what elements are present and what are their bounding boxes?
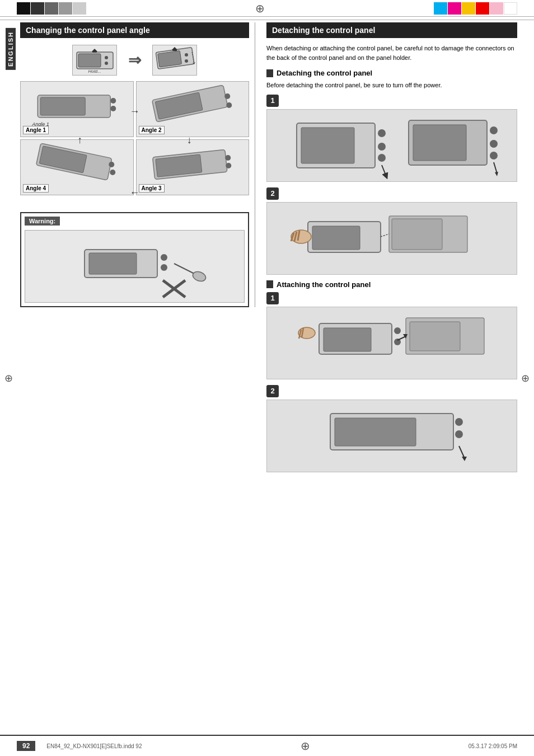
detach-step-2-badge: 2	[266, 187, 279, 200]
angle-3-svg	[139, 142, 247, 187]
page-number: 92	[17, 741, 35, 751]
page-footer: 92 EN84_92_KD-NX901[E]SELfb.indd 92 ⊕ 05…	[0, 735, 534, 756]
warning-diagram	[25, 230, 245, 303]
svg-line-50	[494, 162, 497, 173]
sub-header-bar-icon	[266, 69, 273, 77]
svg-marker-10	[172, 47, 177, 50]
angle-3-label: Angle 3	[139, 184, 165, 192]
attach-step-2-badge: 2	[266, 385, 279, 397]
svg-point-75	[455, 430, 463, 438]
svg-rect-24	[39, 146, 87, 173]
svg-point-43	[378, 154, 386, 162]
svg-rect-46	[413, 125, 466, 161]
color-strip-5	[73, 2, 86, 15]
attach-header-text: Attaching the control panel	[277, 280, 371, 289]
detach-step-1-svg	[285, 112, 498, 179]
detach-subtext: Before detaching the control panel, be s…	[266, 81, 517, 90]
hold-label: Hold...	[88, 69, 101, 74]
panel-icon-right	[152, 45, 197, 76]
left-color-strips	[17, 2, 86, 15]
angle-4-cell: Angle 4	[20, 139, 134, 195]
svg-rect-32	[89, 253, 137, 274]
svg-point-26	[110, 170, 115, 175]
svg-marker-77	[462, 457, 467, 461]
arrow-right-icon: ⇒	[128, 51, 141, 69]
svg-line-56	[381, 234, 389, 237]
detach-step-2-svg	[285, 205, 498, 272]
svg-point-36	[191, 270, 207, 283]
svg-line-44	[382, 165, 386, 176]
attach-step-2-diagram	[266, 400, 517, 472]
attach-header: Attaching the control panel	[266, 280, 517, 289]
svg-rect-62	[324, 328, 371, 351]
angle-4-svg	[23, 142, 131, 187]
footer-date: 05.3.17 2:09:05 PM	[469, 743, 517, 749]
angle-1-svg: Angle 1	[23, 84, 131, 129]
color-strip-red	[476, 2, 489, 15]
attach-step-1-badge: 1	[266, 292, 279, 304]
color-strip-magenta	[448, 2, 461, 15]
svg-point-30	[226, 163, 231, 168]
detach-header-text: Detaching the control panel	[277, 69, 372, 77]
svg-point-74	[455, 418, 463, 426]
left-section: Changing the control panel angle Hold...	[20, 22, 255, 307]
right-reg-mark: ⊕	[521, 372, 530, 384]
svg-point-48	[490, 140, 498, 148]
svg-rect-73	[335, 418, 416, 446]
svg-point-41	[378, 129, 386, 137]
crosshair-icon: ⊕	[255, 2, 265, 15]
svg-rect-5	[92, 51, 97, 53]
color-strip-3	[45, 2, 58, 15]
svg-point-22	[226, 102, 232, 108]
footer-file: EN84_92_KD-NX901[E]SELfb.indd 92	[46, 743, 142, 749]
color-strip-4	[59, 2, 72, 15]
svg-marker-4	[92, 49, 97, 51]
angles-grid: Angle 1 Angle 1 Angle 2	[20, 81, 249, 195]
svg-line-67	[397, 336, 406, 340]
angle-3-cell: Angle 3	[136, 139, 250, 195]
svg-point-9	[185, 59, 188, 63]
page-header: ⊕	[0, 0, 534, 17]
svg-point-33	[161, 254, 167, 261]
header-center: ⊕	[86, 2, 434, 15]
color-strip-cyan	[434, 2, 447, 15]
color-strip-white	[504, 2, 517, 15]
svg-point-8	[185, 53, 188, 57]
svg-point-25	[109, 162, 114, 167]
angle-1-cell: Angle 1 Angle 1	[20, 81, 134, 137]
angle-2-svg	[139, 84, 247, 129]
svg-point-3	[105, 62, 108, 65]
svg-point-47	[490, 126, 498, 134]
language-label: ENGLISH	[6, 28, 16, 70]
left-section-title: Changing the control panel angle	[20, 22, 249, 38]
detach-header: Detaching the control panel	[266, 69, 517, 77]
svg-rect-11	[172, 50, 177, 51]
svg-point-34	[161, 264, 167, 271]
right-section: Detaching the control panel When detachi…	[255, 22, 517, 478]
svg-point-29	[225, 155, 231, 161]
top-panel-icons: Hold... ⇒	[20, 45, 249, 76]
left-reg-mark: ⊕	[4, 372, 13, 384]
warning-svg	[51, 233, 219, 300]
footer-center: ⊕	[153, 739, 457, 753]
svg-rect-40	[301, 128, 354, 163]
grid-arrow-down: ↓	[187, 134, 192, 146]
warning-box: Warning:	[20, 212, 249, 307]
svg-rect-1	[78, 54, 101, 67]
angle-2-cell: Angle 2	[136, 81, 250, 137]
attach-step-2-svg	[285, 402, 498, 469]
right-section-title: Detaching the control panel	[266, 22, 517, 38]
svg-point-2	[105, 56, 108, 59]
svg-line-76	[459, 446, 465, 458]
color-strip-yellow	[462, 2, 475, 15]
svg-rect-7	[157, 50, 181, 67]
color-strip-1	[17, 2, 30, 15]
panel-svg-right	[154, 46, 196, 74]
svg-rect-55	[392, 219, 442, 250]
svg-point-57	[291, 230, 311, 243]
detach-step-1-diagram	[266, 109, 517, 182]
attach-sub-header-bar-icon	[266, 280, 273, 288]
intro-text: When detaching or attaching the control …	[266, 44, 517, 62]
svg-marker-51	[495, 172, 498, 176]
svg-point-17	[110, 106, 116, 111]
